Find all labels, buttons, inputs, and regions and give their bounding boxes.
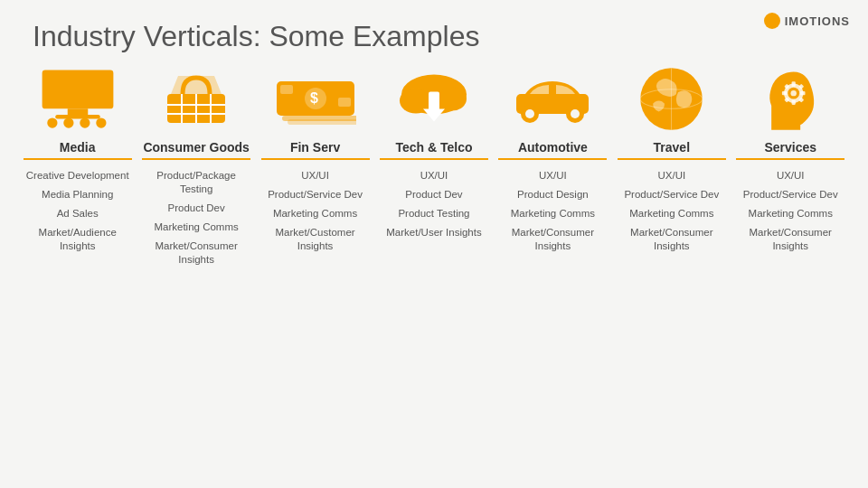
list-item: Product Design <box>517 188 589 202</box>
icon-audience <box>37 62 118 135</box>
icon-cloud <box>393 62 475 135</box>
column-consumer-goods: Consumer GoodsProduct/Package TestingPro… <box>142 62 250 267</box>
column-services: ServicesUX/UIProduct/Service DevMarketin… <box>736 62 844 267</box>
list-item: Product Testing <box>398 207 469 221</box>
icon-car <box>507 62 598 135</box>
column-automotive: AutomotiveUX/UIProduct DesignMarketing C… <box>498 62 607 267</box>
svg-rect-17 <box>338 98 351 107</box>
column-header-travel: Travel <box>618 140 726 160</box>
logo-circle <box>764 13 780 29</box>
svg-text:$: $ <box>310 90 318 106</box>
svg-point-6 <box>96 117 106 127</box>
svg-point-29 <box>571 109 580 118</box>
svg-rect-37 <box>791 100 795 105</box>
list-item: Market/Consumer Insights <box>618 226 726 253</box>
svg-point-4 <box>63 117 73 127</box>
icon-brain <box>757 62 825 135</box>
column-items-travel: UX/UIProduct/Service DevMarketing CommsM… <box>618 169 726 253</box>
svg-rect-19 <box>288 119 356 125</box>
svg-rect-1 <box>67 108 88 115</box>
column-media: MediaCreative DevelopmentMedia PlanningA… <box>24 62 132 267</box>
list-item: Marketing Comms <box>629 207 713 221</box>
column-header-services: Services <box>736 140 844 160</box>
svg-point-35 <box>790 90 796 96</box>
list-item: Marketing Comms <box>511 207 595 221</box>
svg-rect-16 <box>280 85 293 94</box>
list-item: UX/UI <box>301 169 329 183</box>
icon-cash: $ <box>275 62 356 135</box>
list-item: Creative Development <box>26 169 129 183</box>
svg-marker-24 <box>423 109 445 122</box>
svg-rect-0 <box>42 70 113 109</box>
column-header-fin-serv: Fin Serv <box>261 140 370 160</box>
list-item: Ad Sales <box>57 207 99 221</box>
column-header-media: Media <box>24 140 132 160</box>
column-header-automotive: Automotive <box>498 140 607 160</box>
list-item: Market/Consumer Insights <box>142 239 250 267</box>
list-item: UX/UI <box>777 169 805 183</box>
list-item: UX/UI <box>539 169 567 183</box>
svg-point-5 <box>80 117 90 127</box>
list-item: Market/User Insights <box>386 226 481 239</box>
svg-rect-39 <box>800 91 805 95</box>
column-fin-serv: $ Fin ServUX/UIProduct/Service DevMarket… <box>261 62 370 267</box>
logo-text: IMOTIONS <box>785 14 850 28</box>
column-items-consumer-goods: Product/Package TestingProduct DevMarket… <box>142 169 250 267</box>
list-item: Marketing Comms <box>273 207 357 221</box>
page-title: Industry Verticals: Some Examples <box>0 0 868 62</box>
column-travel: TravelUX/UIProduct/Service DevMarketing … <box>618 62 726 267</box>
svg-rect-2 <box>55 115 100 119</box>
svg-point-27 <box>525 109 534 118</box>
icon-basket <box>160 62 232 135</box>
svg-point-22 <box>438 88 467 111</box>
icon-globe <box>637 62 705 135</box>
list-item: Marketing Comms <box>749 207 833 221</box>
list-item: Product/Service Dev <box>624 188 719 202</box>
list-item: Market/Consumer Insights <box>736 226 844 253</box>
list-item: Marketing Comms <box>154 221 238 234</box>
list-item: Product/Service Dev <box>743 188 838 202</box>
columns-container: MediaCreative DevelopmentMedia PlanningA… <box>0 62 868 267</box>
column-items-automotive: UX/UIProduct DesignMarketing CommsMarket… <box>498 169 607 253</box>
column-items-tech-telco: UX/UIProduct DevProduct TestingMarket/Us… <box>380 169 488 239</box>
svg-rect-38 <box>782 91 787 95</box>
list-item: Product/Service Dev <box>268 188 363 202</box>
column-header-consumer-goods: Consumer Goods <box>142 140 250 160</box>
svg-rect-23 <box>429 92 439 112</box>
list-item: UX/UI <box>657 169 685 183</box>
svg-rect-36 <box>791 81 795 86</box>
list-item: Market/Audience Insights <box>24 226 132 253</box>
column-header-tech-telco: Tech & Telco <box>380 140 488 160</box>
list-item: Product Dev <box>405 188 462 202</box>
svg-point-3 <box>47 117 57 127</box>
logo: IMOTIONS <box>764 13 850 29</box>
list-item: Product/Package Testing <box>142 169 250 196</box>
list-item: Market/Customer Insights <box>261 226 370 253</box>
list-item: Product Dev <box>167 202 224 215</box>
column-items-media: Creative DevelopmentMedia PlanningAd Sal… <box>24 169 132 253</box>
list-item: Market/Consumer Insights <box>498 226 607 253</box>
column-items-services: UX/UIProduct/Service DevMarketing CommsM… <box>736 169 844 253</box>
list-item: UX/UI <box>420 169 448 183</box>
column-items-fin-serv: UX/UIProduct/Service DevMarketing CommsM… <box>261 169 370 253</box>
list-item: Media Planning <box>42 188 113 202</box>
column-tech-telco: Tech & TelcoUX/UIProduct DevProduct Test… <box>380 62 488 267</box>
